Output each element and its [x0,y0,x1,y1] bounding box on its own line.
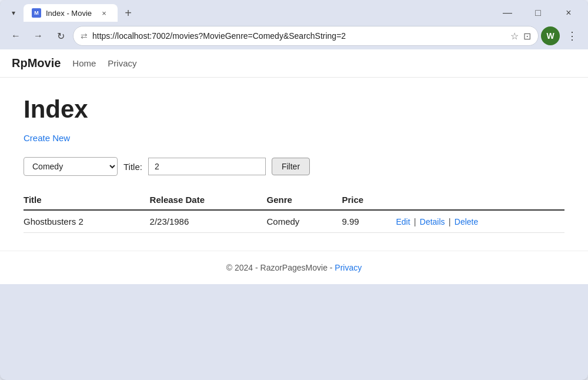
forward-button[interactable]: → [28,26,48,46]
app-brand[interactable]: RpMovie [12,56,61,70]
title-bar: ▾ M Index - Movie × + — □ [0,0,588,22]
tab-scroll-button[interactable]: ▾ [6,5,21,21]
table-row: Ghostbusters 2 2/23/1986 Comedy 9.99 Edi… [24,210,564,233]
new-tab-button[interactable]: + [120,5,136,21]
browser-window: ▾ M Index - Movie × + — □ [0,0,588,380]
security-icon: ⇄ [81,31,88,41]
tab-close-icon: × [102,9,106,18]
title-search-input[interactable] [148,158,266,175]
app-navbar: RpMovie Home Privacy [0,49,588,78]
cell-actions: Edit | Details | Delete [396,210,564,233]
separator: | [412,216,419,226]
delete-link[interactable]: Delete [455,217,478,226]
active-tab[interactable]: M Index - Movie × [24,4,118,22]
separator: | [446,216,453,226]
filter-button[interactable]: Filter [272,158,310,175]
tab-bar: ▾ M Index - Movie × + [6,4,136,22]
col-release-date: Release Date [150,190,267,210]
col-actions [396,190,564,210]
title-label: Title: [123,162,142,172]
close-window-button[interactable]: × [555,4,582,22]
minimize-button[interactable]: — [494,4,521,22]
genre-select[interactable]: Comedy All Genres Drama Action Romance [24,157,118,176]
extensions-icon[interactable]: ⊡ [523,31,531,42]
page-title: Index [24,95,564,124]
cell-genre: Comedy [266,210,342,233]
more-icon: ⋮ [567,29,577,42]
footer-privacy-link[interactable]: Privacy [335,263,362,272]
table-body: Ghostbusters 2 2/23/1986 Comedy 9.99 Edi… [24,210,564,233]
nav-bar: ← → ↻ ⇄ https://localhost:7002/movies?Mo… [0,22,588,49]
refresh-button[interactable]: ↻ [51,26,71,46]
col-genre: Genre [266,190,342,210]
tab-close-button[interactable]: × [99,8,109,18]
col-title: Title [24,190,150,210]
col-price: Price [342,190,396,210]
cell-title: Ghostbusters 2 [24,210,150,233]
bookmark-icon[interactable]: ☆ [510,31,519,42]
profile-button[interactable]: W [541,26,560,45]
cell-price: 9.99 [342,210,396,233]
cell-release-date: 2/23/1986 [150,210,267,233]
refresh-icon: ↻ [57,31,65,42]
filter-row: Comedy All Genres Drama Action Romance T… [24,157,564,176]
scroll-down-icon: ▾ [12,9,15,17]
address-bar[interactable]: ⇄ https://localhost:7002/movies?MovieGen… [73,26,539,46]
back-button[interactable]: ← [6,26,26,46]
table-header: Title Release Date Genre Price [24,190,564,210]
window-controls: — □ × [494,4,582,22]
back-icon: ← [11,31,21,41]
minimize-icon: — [503,8,512,18]
address-text: https://localhost:7002/movies?MovieGenre… [92,31,506,41]
more-options-button[interactable]: ⋮ [562,26,582,46]
edit-link[interactable]: Edit [396,217,410,226]
maximize-button[interactable]: □ [524,4,552,22]
new-tab-icon: + [125,6,132,20]
forward-icon: → [34,31,43,41]
create-new-link[interactable]: Create New [24,133,70,143]
details-link[interactable]: Details [420,217,445,226]
movie-table: Title Release Date Genre Price Ghostbust… [24,190,564,233]
tab-title: Index - Movie [46,9,92,18]
close-window-icon: × [566,8,571,18]
maximize-icon: □ [535,8,541,18]
page-footer: © 2024 - RazorPagesMovie - Privacy [0,251,588,284]
profile-initial: W [546,31,554,41]
nav-privacy-link[interactable]: Privacy [108,58,136,68]
nav-home-link[interactable]: Home [72,58,96,68]
tab-favicon: M [32,8,41,18]
main-content: Index Create New Comedy All Genres Drama… [0,78,588,251]
page-content: RpMovie Home Privacy Index Create New Co… [0,49,588,284]
footer-copyright: © 2024 - RazorPagesMovie - [226,263,333,272]
